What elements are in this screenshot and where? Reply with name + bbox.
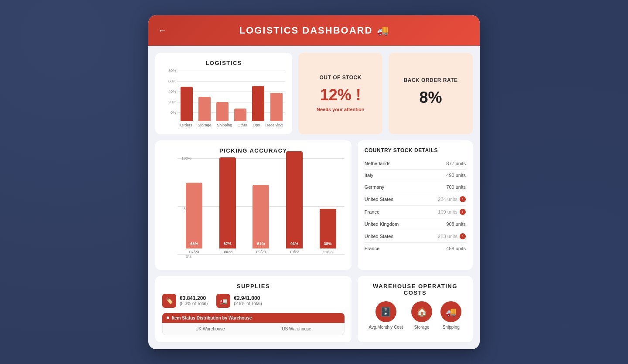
y-label-20: 20% — [162, 100, 176, 104]
y-label-80: 80% — [162, 68, 176, 73]
grid-label-0: 0% — [177, 255, 191, 259]
supplies-title: SUPPLIES — [162, 283, 345, 289]
x-label-0823: 08/23 — [223, 250, 233, 254]
dashboard-body: LOGISTICS 80% 60% — [148, 46, 480, 349]
picking-accuracy-title: PICKING ACCURACY — [162, 147, 345, 154]
alert-dot-france1: ! — [460, 209, 466, 215]
bar-0723: 63% 07/23 — [186, 183, 202, 254]
cost-label-storage: Storage — [414, 325, 430, 330]
units-italy: 490 units — [446, 173, 466, 178]
country-row-germany: Germany 700 units — [365, 181, 466, 193]
row2: PICKING ACCURACY 100% 50% 0% — [155, 140, 473, 270]
bar-other — [234, 109, 246, 121]
x-label-other: Other — [238, 123, 248, 127]
supply-value-2: €2.941.000 — [234, 295, 262, 301]
cost-item-storage: 🏠 Storage — [411, 301, 432, 330]
grid-0: 0% — [177, 254, 345, 255]
bar-1023-fill: 93% — [286, 151, 303, 248]
supply-sub-1: (8.3% of Total) — [180, 301, 208, 306]
bar-ops — [252, 86, 264, 121]
item-status-header: Item Status Distribution by Warehouse — [162, 313, 345, 323]
y-label-60: 60% — [162, 79, 176, 83]
picking-accuracy-card: PICKING ACCURACY 100% 50% 0% — [155, 140, 352, 270]
back-order-value: 8% — [420, 88, 442, 107]
y-label-40: 40% — [162, 89, 176, 94]
alert-dot-us2: ! — [460, 233, 466, 239]
warehouse-costs-grid: 🗄️ Avg.Monthly Cost 🏠 Storage 🚚 Shipping — [365, 301, 466, 330]
country-row-france2: France 458 units — [365, 243, 466, 254]
warehouse-costs-title: WAREHOUSE OPERATING COSTS — [365, 283, 466, 296]
out-of-stock-label: OUT OF STOCK — [320, 75, 362, 81]
dashboard-container: ← LOGISTICS DASHBOARD 🚚 LOGISTICS — [148, 15, 480, 349]
units-us2: 283 units ! — [438, 233, 466, 239]
y-label-0: 0% — [162, 110, 176, 115]
country-us1: United States — [365, 197, 393, 202]
units-us1: 234 units ! — [438, 196, 466, 202]
back-order-label: BACK ORDER RATE — [404, 77, 458, 83]
bar-shipping — [216, 102, 229, 121]
truck-icon: 🚚 — [377, 25, 389, 36]
out-of-stock-value: 12% ! — [320, 86, 361, 104]
bar-1023: 93% 10/23 — [286, 151, 303, 254]
bar-1123: 38% 11/23 — [320, 209, 336, 254]
bar-0823-fill: 87% — [219, 157, 236, 248]
bar-receiving-fill — [270, 93, 283, 121]
item-status-header-label: Item Status Distribution by Warehouse — [172, 316, 252, 320]
country-italy: Italy — [365, 173, 373, 178]
cost-item-monthly: 🗄️ Avg.Monthly Cost — [369, 301, 403, 330]
out-of-stock-sub: Needs your attention — [317, 107, 364, 112]
country-netherlands: Netherlands — [365, 161, 390, 166]
supply-item-2: 🚛 €2.941.000 (2.9% of Total) — [216, 294, 262, 308]
supply-icon-2: 🚛 — [216, 294, 230, 308]
dashboard-header: ← LOGISTICS DASHBOARD 🚚 — [148, 15, 480, 46]
country-stock-card: COUNTRY STOCK DETAILS Netherlands 877 un… — [358, 140, 473, 270]
country-uk: United Kingdom — [365, 221, 399, 227]
x-label-storage: Storage — [198, 123, 212, 127]
x-label-0723: 07/23 — [189, 250, 199, 254]
logistics-bars — [177, 79, 285, 121]
warehouse-costs-card: WAREHOUSE OPERATING COSTS 🗄️ Avg.Monthly… — [358, 276, 473, 342]
bar-storage-fill — [198, 97, 211, 121]
bar-0823: 87% 08/23 — [219, 157, 236, 254]
country-us2: United States — [365, 234, 393, 239]
bar-orders — [181, 87, 193, 121]
alert-dot-us1: ! — [460, 196, 466, 202]
back-button[interactable]: ← — [158, 25, 167, 35]
country-row-italy: Italy 490 units — [365, 170, 466, 181]
bar-1123-fill: 38% — [320, 209, 336, 248]
dashboard-title: LOGISTICS DASHBOARD — [239, 25, 373, 36]
x-label-shipping: Shipping — [217, 123, 232, 127]
country-row-us2: United States 283 units ! — [365, 230, 466, 243]
row1: LOGISTICS 80% 60% — [155, 53, 473, 134]
bar-shipping-fill — [216, 102, 229, 121]
cost-item-shipping: 🚚 Shipping — [440, 301, 461, 330]
cost-icon-shipping: 🚚 — [440, 301, 461, 322]
logistics-card: LOGISTICS 80% 60% — [155, 53, 292, 134]
picking-bars: 63% 07/23 87% 08/23 61% 09/23 — [177, 158, 345, 254]
country-row-us1: United States 234 units ! — [365, 193, 466, 206]
units-uk: 908 units — [446, 221, 466, 227]
units-germany: 700 units — [446, 184, 466, 190]
row3: SUPPLIES 🏷️ €3.841.200 (8.3% of Total) 🚛… — [155, 276, 473, 342]
units-netherlands: 877 units — [446, 161, 466, 166]
supply-icon-1: 🏷️ — [162, 294, 176, 308]
country-row-netherlands: Netherlands 877 units — [365, 158, 466, 170]
bar-storage — [198, 97, 211, 121]
out-of-stock-card: OUT OF STOCK 12% ! Needs your attention — [298, 53, 382, 134]
cost-label-monthly: Avg.Monthly Cost — [369, 325, 403, 330]
back-order-card: BACK ORDER RATE 8% — [389, 53, 473, 134]
x-label-1123: 11/23 — [323, 250, 333, 254]
bar-0923-fill: 61% — [253, 185, 269, 248]
logistics-x-labels: Orders Storage Shipping Other Ops Receiv… — [162, 123, 285, 127]
bar-0723-fill: 63% — [186, 183, 202, 248]
item-status-body: UK Warehouse US Warehouse — [162, 323, 345, 335]
country-germany: Germany — [365, 184, 384, 190]
bar-other-fill — [234, 109, 246, 121]
x-label-receiving: Receiving — [266, 123, 283, 127]
status-col-us: US Warehouse — [282, 327, 311, 331]
bar-0923: 61% 09/23 — [253, 185, 269, 254]
cost-icon-monthly: 🗄️ — [375, 301, 396, 322]
x-label-0923: 09/23 — [256, 250, 266, 254]
logistics-bar-chart: 80% 60% 40% 20% 0% — [162, 71, 285, 127]
logistics-chart-title: LOGISTICS — [162, 60, 285, 66]
